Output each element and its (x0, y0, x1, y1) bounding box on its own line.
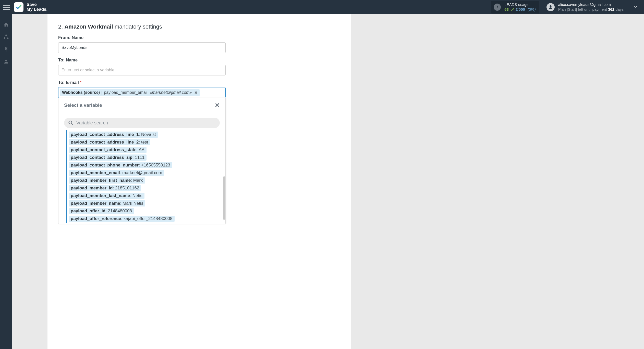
sidebar-item-connections[interactable] (3, 34, 9, 41)
dropdown-title: Select a variable (64, 102, 102, 108)
svg-rect-3 (7, 38, 8, 39)
search-icon (68, 120, 73, 125)
user-icon (3, 59, 9, 64)
main-content-area: 2. Amazon Workmail mandatory settings Fr… (12, 14, 644, 349)
account-plan: Plan |Start| left until payment 362 days (558, 7, 624, 12)
checkmark-icon (15, 4, 22, 10)
to-name-input[interactable] (58, 65, 226, 75)
variable-search-box[interactable] (64, 118, 220, 128)
settings-card: 2. Amazon Workmail mandatory settings Fr… (47, 14, 351, 349)
usage-numbers: 63 of 2'000 (3%) (504, 7, 536, 12)
brand-name: Save My Leads. (27, 2, 47, 12)
variable-option[interactable]: payload_member_last_name: Netis (69, 193, 144, 199)
variable-tag: Webhooks (source) | payload_member_email… (60, 89, 200, 96)
account-email: alice.savemyleads@gmail.com (558, 2, 624, 7)
close-dropdown-button[interactable]: ✕ (215, 102, 220, 109)
variable-option[interactable]: payload_offer_reference: kajabi_offer_21… (69, 216, 175, 222)
info-icon: i (494, 4, 501, 11)
variable-dropdown: Select a variable ✕ payload_contact_addr… (58, 98, 226, 224)
sidebar-item-account[interactable] (3, 59, 9, 65)
hamburger-menu-button[interactable] (3, 4, 10, 11)
app-header: Save My Leads. i LEADS usage: 63 of 2'00… (0, 0, 644, 14)
from-name-input[interactable] (58, 42, 226, 53)
variable-option[interactable]: payload_contact_address_line_2: test (69, 139, 150, 145)
svg-point-4 (5, 60, 7, 61)
variable-option[interactable]: payload_member_id: 2185101162 (69, 185, 141, 191)
sidebar-item-home[interactable] (3, 22, 9, 29)
dropdown-list-indicator (66, 130, 67, 223)
chevron-down-icon[interactable] (633, 4, 638, 10)
variable-option[interactable]: payload_member_email: marknet@gmail.com (69, 170, 164, 176)
avatar-icon (546, 3, 555, 11)
svg-point-0 (550, 5, 551, 7)
sitemap-icon (3, 34, 9, 40)
variable-option[interactable]: payload_member_first_name: Mark (69, 177, 145, 184)
variable-list: payload_contact_address_line_1: Nova stp… (69, 132, 223, 223)
usage-title: LEADS usage: (504, 2, 536, 7)
variable-option[interactable]: payload_contact_address_line_1: Nova st (69, 132, 158, 138)
scrollbar-thumb[interactable] (223, 176, 225, 220)
remove-tag-button[interactable]: ✕ (194, 90, 198, 95)
variable-option[interactable]: payload_member_name: Mark Netis (69, 200, 145, 206)
account-menu[interactable]: alice.savemyleads@gmail.com Plan |Start|… (546, 2, 624, 12)
variable-option[interactable]: payload_contact_phone_number: +165055501… (69, 162, 172, 168)
svg-rect-1 (5, 35, 7, 36)
variable-option[interactable]: payload_contact_address_state: AA (69, 147, 147, 153)
svg-rect-2 (4, 38, 5, 39)
to-name-label: To: Name (58, 58, 226, 63)
variable-search-input[interactable] (76, 120, 216, 126)
variable-option[interactable]: payload_contact_address_zip: 1111 (69, 154, 147, 161)
to-email-input[interactable]: Webhooks (source) | payload_member_email… (58, 87, 226, 98)
brand-logo[interactable] (14, 2, 23, 12)
dollar-icon (3, 46, 9, 52)
svg-point-5 (69, 121, 72, 124)
home-icon (3, 22, 9, 28)
variable-option[interactable]: payload_offer_id: 2148480008 (69, 208, 134, 214)
section-title: 2. Amazon Workmail mandatory settings (58, 23, 349, 30)
from-name-label: From: Name (58, 35, 226, 40)
sidebar-nav (0, 14, 12, 349)
sidebar-item-billing[interactable] (3, 46, 9, 53)
to-email-label: To: E-mail* (58, 80, 226, 85)
usage-panel: i LEADS usage: 63 of 2'000 (3%) (491, 1, 539, 14)
